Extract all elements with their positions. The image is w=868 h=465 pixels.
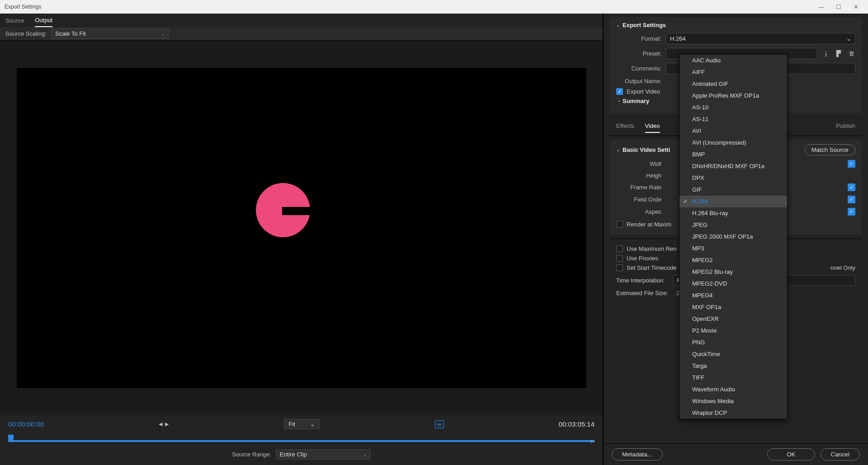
tab-output[interactable]: Output xyxy=(35,14,52,27)
tab-source[interactable]: Source xyxy=(5,14,24,27)
format-option[interactable]: DPX xyxy=(679,172,787,184)
format-row: Format: H.264 ⌄ xyxy=(616,33,855,44)
format-option[interactable]: Apple ProRes MXF OP1a xyxy=(679,90,787,102)
source-range-row: Source Range: Entire Clip ⌄ xyxy=(8,449,594,460)
export-video-label: Export Video xyxy=(627,88,660,95)
format-option[interactable]: H.264 Blu-ray xyxy=(679,207,787,219)
source-scaling-select[interactable]: Scale To Fit ⌄ xyxy=(51,28,169,39)
set-start-tc-label: Set Start Timecode xyxy=(627,264,677,271)
format-option[interactable]: AS-11 xyxy=(679,113,787,125)
format-option[interactable]: Waveform Audio xyxy=(679,384,787,395)
format-option[interactable]: PNG xyxy=(679,337,787,348)
delete-preset-icon[interactable]: 🗑 xyxy=(847,50,855,58)
metadata-button[interactable]: Metadata... xyxy=(612,448,663,460)
preview-area xyxy=(0,41,603,415)
format-dropdown-list[interactable]: AAC AudioAIFFAnimated GIFApple ProRes MX… xyxy=(679,54,788,419)
step-back-icon[interactable]: ◀ xyxy=(159,421,162,427)
time-info-row: 00:00:00:00 ◀ ▶ Fit ⌄ ▭ 00:03:05:14 xyxy=(8,419,594,429)
titlebar: Export Settings — ☐ ✕ xyxy=(0,0,868,14)
format-option[interactable]: MPEG2 xyxy=(679,254,787,266)
use-proxies-checkbox[interactable] xyxy=(616,255,623,262)
use-proxies-label: Use Proxies xyxy=(627,255,658,262)
format-option[interactable]: Windows Media xyxy=(679,395,787,407)
close-button[interactable]: ✕ xyxy=(853,4,859,10)
chevron-down-icon: ⌄ xyxy=(363,452,367,457)
preview-canvas[interactable] xyxy=(17,68,586,388)
format-option[interactable]: AIFF xyxy=(679,66,787,78)
frame-rate-label: Frame Rate xyxy=(616,184,661,191)
format-option[interactable]: MPEG2-DVD xyxy=(679,278,787,290)
format-option[interactable]: MXF OP1a xyxy=(679,301,787,313)
minimize-button[interactable]: — xyxy=(818,4,825,10)
format-option[interactable]: AS-10 xyxy=(679,102,787,113)
tab-effects[interactable]: Effects xyxy=(616,120,634,133)
use-max-render-label: Use Maximum Ren xyxy=(627,245,677,252)
width-label: Widt xyxy=(616,160,661,167)
timeline-range xyxy=(8,440,594,442)
source-range-value: Entire Clip xyxy=(280,451,307,458)
zoom-fit-select[interactable]: Fit ⌄ xyxy=(284,419,320,429)
format-option[interactable]: JPEG 2000 MXF OP1a xyxy=(679,231,787,243)
footer-row: Metadata... OK Cancel xyxy=(604,443,868,465)
format-option[interactable]: QuickTime xyxy=(679,348,787,360)
ok-button[interactable]: OK xyxy=(767,448,815,460)
output-name-label: Output Name: xyxy=(616,78,661,85)
format-option[interactable]: AVI xyxy=(679,125,787,137)
use-max-render-checkbox[interactable] xyxy=(616,245,623,252)
window-title: Export Settings xyxy=(5,4,41,10)
cancel-button[interactable]: Cancel xyxy=(821,448,860,460)
disclose-icon: ⌄ xyxy=(616,23,620,28)
format-option[interactable]: Animated GIF xyxy=(679,78,787,90)
format-option[interactable]: TIFF xyxy=(679,372,787,384)
format-option[interactable]: AAC Audio xyxy=(679,55,787,66)
set-start-tc-checkbox[interactable] xyxy=(616,264,623,271)
chevron-down-icon: ⌄ xyxy=(310,421,315,427)
save-preset-icon[interactable]: ▛ xyxy=(835,50,843,58)
step-fwd-icon[interactable]: ▶ xyxy=(165,421,169,427)
field-order-label: Field Orde xyxy=(616,196,661,203)
tab-video[interactable]: Video xyxy=(645,120,660,133)
timeline-track[interactable]: ▷ xyxy=(8,435,594,445)
format-option[interactable]: MPEG2 Blu-ray xyxy=(679,266,787,278)
export-settings-header[interactable]: ⌄ Export Settings xyxy=(616,22,855,28)
format-option[interactable]: Wraptor DCP xyxy=(679,407,787,419)
format-option[interactable]: MP3 xyxy=(679,243,787,254)
format-option[interactable]: AVI (Uncompressed) xyxy=(679,137,787,149)
format-option[interactable]: JPEG xyxy=(679,219,787,231)
format-option[interactable]: DNxHR/DNxHD MXF OP1a xyxy=(679,160,787,172)
aspect-checkbox[interactable] xyxy=(848,208,855,216)
summary-label: Summary xyxy=(623,98,649,104)
format-label: Format: xyxy=(616,35,661,42)
render-max-checkbox[interactable] xyxy=(616,221,623,228)
format-select[interactable]: H.264 ⌄ xyxy=(666,33,855,44)
source-range-label: Source Range: xyxy=(232,451,271,458)
tab-publish[interactable]: Publish xyxy=(836,120,855,133)
format-option[interactable]: OpenEXR xyxy=(679,313,787,325)
match-source-button[interactable]: Match Source xyxy=(805,144,855,155)
timecode-in[interactable]: 00:00:00:00 xyxy=(8,420,44,428)
export-video-checkbox[interactable] xyxy=(616,88,623,95)
format-value: H.264 xyxy=(670,35,686,42)
maximize-button[interactable]: ☐ xyxy=(835,4,842,10)
source-range-select[interactable]: Entire Clip ⌄ xyxy=(276,449,371,460)
est-size-label: Estimated File Size: xyxy=(616,290,668,296)
aspect-ratio-button[interactable]: ▭ xyxy=(435,420,444,428)
aspect-label: Aspec xyxy=(616,208,661,215)
format-option[interactable]: Targa xyxy=(679,360,787,372)
out-handle-icon[interactable]: ▷ xyxy=(591,438,594,444)
timecode-out: 00:03:05:14 xyxy=(559,420,594,428)
format-option[interactable]: H.264 xyxy=(679,196,787,207)
export-settings-title: Export Settings xyxy=(623,22,666,28)
preview-panel: Source Output Source Scaling: Scale To F… xyxy=(0,14,604,465)
format-option[interactable]: GIF xyxy=(679,184,787,196)
field-order-checkbox[interactable] xyxy=(848,196,855,203)
basic-video-title: Basic Video Setti xyxy=(623,146,670,153)
width-link-checkbox[interactable] xyxy=(848,160,855,168)
format-option[interactable]: P2 Movie xyxy=(679,325,787,337)
import-preset-icon[interactable]: ⭳ xyxy=(822,50,830,58)
time-interp-label: Time Interpolation: xyxy=(616,277,665,284)
format-option[interactable]: MPEG4 xyxy=(679,290,787,301)
scaling-row: Source Scaling: Scale To Fit ⌄ xyxy=(0,27,603,41)
format-option[interactable]: BMP xyxy=(679,149,787,160)
frame-rate-checkbox[interactable] xyxy=(848,183,855,191)
